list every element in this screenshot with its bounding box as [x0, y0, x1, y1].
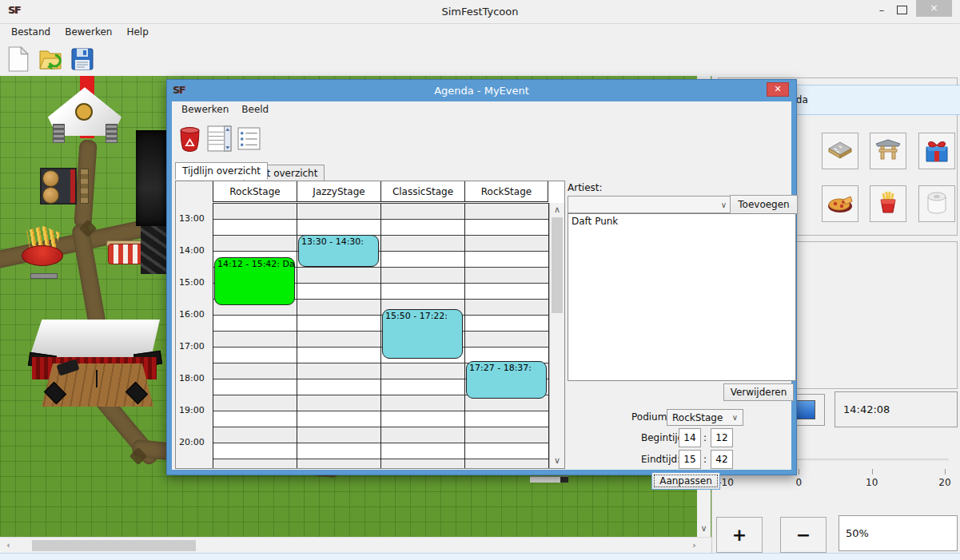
agenda-event-label: 15:50 - 17:22: — [385, 311, 448, 321]
slider-scale-label: 0 — [796, 477, 803, 488]
scroll-down-icon[interactable]: ∨ — [699, 523, 709, 534]
app-window: ∨ ‹ › Agenda 14:42:08 + — [0, 0, 960, 560]
speaker-rig — [141, 226, 166, 274]
timeline-view-icon[interactable] — [207, 125, 232, 152]
tent-leg — [106, 124, 118, 143]
time-label: 14:00 — [179, 245, 211, 256]
stage-gate-icon — [874, 136, 902, 167]
agenda-event[interactable]: 15:50 - 17:22: — [382, 309, 463, 358]
timeline-grid[interactable]: 13:30 - 14:30:14:12 - 15:42: Daft Punk15… — [213, 203, 549, 468]
artist-listbox[interactable]: Daft Punk — [568, 213, 796, 381]
slider-scale-label: -10 — [718, 477, 734, 488]
vscroll-thumb[interactable] — [552, 217, 563, 313]
time-label: 17:00 — [179, 341, 211, 351]
list-view-icon[interactable] — [237, 127, 261, 150]
podium-combobox[interactable]: RockStage ∨ — [667, 409, 743, 426]
column-header: RockStage — [213, 181, 297, 201]
scroll-right-icon[interactable]: › — [689, 540, 699, 551]
open-folder-icon[interactable] — [38, 46, 62, 72]
shop-button-toilet-paper[interactable] — [918, 185, 955, 222]
maximize-button[interactable] — [897, 6, 907, 14]
grid-line — [464, 203, 465, 468]
agenda-event-label: 14:12 - 15:42: Daft Punk — [217, 259, 295, 269]
apply-button[interactable]: Aanpassen — [651, 472, 720, 490]
scroll-down-icon[interactable]: ∨ — [552, 455, 563, 467]
dialog-close-button[interactable]: ✕ — [767, 82, 789, 97]
podium-label: Podium: — [631, 411, 670, 423]
agenda-event-label: 17:27 - 18:37: — [469, 363, 532, 373]
start-minute-field[interactable] — [711, 428, 733, 447]
main-toolbar — [0, 42, 960, 76]
map-hscrollbar[interactable]: ‹ › — [0, 537, 711, 553]
fries-stand-tray — [30, 273, 58, 279]
menu-help[interactable]: Help — [120, 25, 154, 39]
speaker-rig — [136, 130, 166, 226]
shop-button-fries[interactable] — [870, 185, 906, 222]
time-label: 15:00 — [179, 277, 211, 288]
dialog-menubar: BewerkenBeeld — [172, 101, 795, 117]
close-button[interactable]: × — [916, 0, 952, 17]
zoom-in-button[interactable]: + — [716, 517, 763, 553]
wood-table — [80, 169, 89, 204]
hscroll-thumb[interactable] — [32, 540, 196, 551]
agenda-event[interactable]: 17:27 - 18:37: — [466, 361, 547, 399]
menu-bestand[interactable]: Bestand — [5, 25, 57, 39]
dialog-menu-beeld[interactable]: Beeld — [235, 102, 275, 117]
window-title: SimFestTycoon — [0, 6, 960, 18]
time-gutter: 13:0014:0015:0016:0017:0018:0019:0020:00 — [176, 181, 213, 468]
grid-line — [297, 203, 297, 468]
stage-mic — [96, 370, 98, 387]
slider-scale-label: 10 — [866, 477, 878, 488]
scroll-up-icon[interactable]: ∧ — [552, 205, 563, 216]
new-file-icon[interactable] — [6, 46, 30, 72]
artist-list-item[interactable]: Daft Punk — [568, 214, 795, 228]
toilet-paper-icon — [922, 189, 951, 220]
zoom-level: 50% — [839, 515, 958, 551]
chevron-down-icon: ∨ — [732, 413, 738, 422]
remove-artist-button[interactable]: Verwijderen — [723, 383, 794, 401]
column-header: RockStage — [464, 181, 548, 201]
minimize-button[interactable]: – — [871, 2, 892, 19]
zoom-out-button[interactable]: − — [780, 517, 827, 553]
agenda-event[interactable]: 13:30 - 14:30: — [298, 235, 379, 267]
time-label: 16:00 — [179, 309, 211, 320]
tab-tijdlijn-overzicht[interactable]: Tijdlijn overzicht — [175, 162, 268, 180]
time-label: 13:00 — [179, 213, 211, 224]
delete-trash-icon[interactable] — [180, 127, 200, 152]
blue-square-icon — [796, 400, 815, 419]
dialog-title: Agenda - MyEvent — [167, 85, 796, 97]
burger — [42, 170, 59, 187]
scroll-left-icon[interactable]: ‹ — [3, 540, 14, 551]
stage-column-headers: RockStageJazzyStageClassicStageRockStage — [213, 181, 548, 202]
start-hour-field[interactable] — [679, 428, 701, 447]
artist-label: Artiest: — [568, 182, 603, 193]
shop-button-gift[interactable] — [918, 133, 955, 169]
shop-button-pizza[interactable] — [822, 185, 858, 222]
shop-button-stage-gate[interactable] — [870, 133, 906, 169]
agenda-event[interactable]: 14:12 - 15:42: Daft Punk — [214, 257, 295, 305]
save-icon[interactable] — [70, 46, 94, 72]
add-artist-button[interactable]: Toevoegen — [730, 195, 798, 214]
end-time-label: Eindtijd: — [641, 454, 680, 465]
timeline-vscrollbar[interactable]: ∧ ∨ — [549, 203, 564, 468]
fries-icon — [874, 189, 902, 220]
timeline-panel: 13:0014:0015:0016:0017:0018:0019:0020:00… — [175, 181, 565, 469]
dialog-menu-bewerken[interactable]: Bewerken — [175, 102, 235, 117]
end-minute-field[interactable] — [711, 450, 733, 469]
agenda-event-label: 13:30 - 14:30: — [301, 236, 364, 247]
end-hour-field[interactable] — [679, 450, 701, 469]
dialog-titlebar[interactable]: SF Agenda - MyEvent ✕ — [167, 80, 796, 101]
slider-tick — [799, 469, 799, 475]
tent-logo — [75, 103, 93, 121]
partially-hidden-object — [530, 476, 568, 483]
burger — [42, 187, 59, 204]
podium-combobox-value: RockStage — [672, 412, 723, 423]
shop-button-road[interactable] — [822, 133, 858, 169]
fries-stand — [22, 245, 63, 266]
grid-line — [213, 203, 213, 468]
slider-tick — [945, 469, 946, 475]
statusbar — [0, 553, 960, 560]
artist-combobox[interactable]: ∨ — [568, 196, 732, 213]
gift-icon — [922, 136, 951, 167]
menu-bewerken[interactable]: Bewerken — [58, 25, 118, 39]
